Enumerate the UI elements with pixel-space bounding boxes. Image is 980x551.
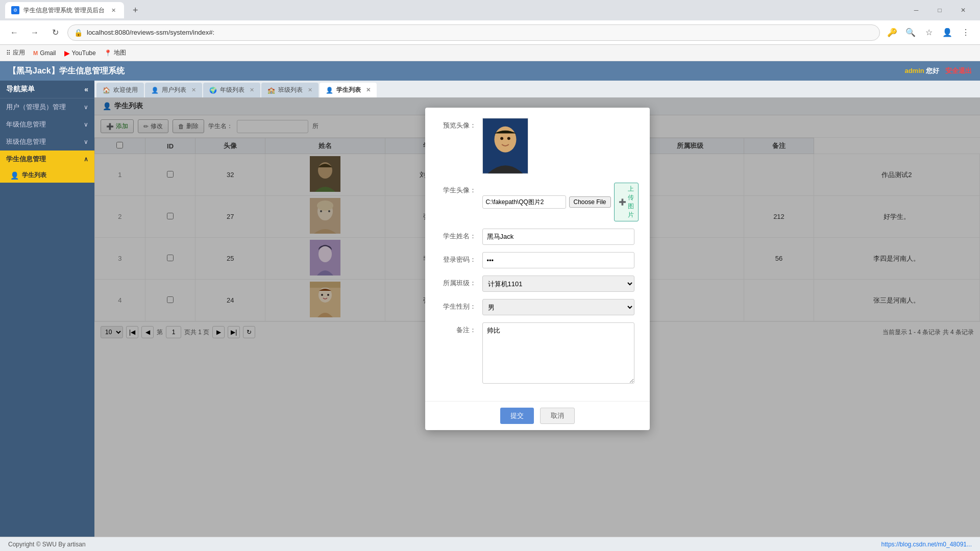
tab-users-close[interactable]: ✕ (191, 87, 196, 93)
file-input-row: Choose File ➕ 上传图片 (482, 183, 639, 221)
app-container: 【黑马Jack】学生信息管理系统 admin 您好 安全退出 导航菜单 « 用户… (0, 61, 980, 551)
tab-students-label: 学生列表 (336, 86, 361, 94)
key-icon-btn[interactable]: 🔑 (884, 24, 900, 41)
gmail-icon: M (33, 50, 38, 56)
tab-classes[interactable]: 🏫 班级列表 ✕ (261, 83, 318, 97)
youtube-icon: ▶ (64, 49, 70, 57)
main-content: 🏠 欢迎使用 👤 用户列表 ✕ 🌍 年级列表 ✕ 🏫 (94, 81, 980, 537)
upload-label: 上传图片 (628, 185, 634, 219)
profile-btn[interactable]: 👤 (939, 24, 955, 41)
bookmarks-bar: ⠿ 应用 M Gmail ▶ YouTube 📍 地图 (0, 45, 980, 61)
nav-actions: 🔑 🔍 ☆ 👤 ⋮ (884, 24, 974, 41)
sidebar-item-grade[interactable]: 年级信息管理 ∨ (0, 116, 94, 133)
tab-welcome-label: 欢迎使用 (113, 86, 138, 94)
browser-tab[interactable]: ⚙ 学生信息管理系统 管理员后台 ✕ (5, 2, 124, 18)
choose-file-btn[interactable]: Choose File (569, 196, 611, 208)
app-body: 导航菜单 « 用户（管理员）管理 ∨ 年级信息管理 ∨ 班级信息管理 ∨ 学生信… (0, 81, 980, 537)
logout-link[interactable]: 安全退出 (945, 67, 972, 74)
preview-label: 预览头像： (440, 118, 476, 130)
bookmark-gmail[interactable]: M Gmail (33, 49, 56, 57)
cancel-modal-btn[interactable]: 取消 (540, 408, 575, 424)
gender-label: 学生性别： (440, 299, 476, 311)
file-path-input[interactable] (482, 195, 566, 209)
password-label: 登录密码： (440, 252, 476, 264)
new-tab-btn[interactable]: + (128, 3, 142, 17)
password-input[interactable] (482, 252, 634, 268)
student-list-icon: 👤 (10, 171, 19, 180)
admin-name: admin (904, 67, 924, 74)
sidebar-grade-label: 年级信息管理 (6, 120, 46, 129)
tab-classes-label: 班级列表 (278, 86, 303, 94)
tabs-bar: 🏠 欢迎使用 👤 用户列表 ✕ 🌍 年级列表 ✕ 🏫 (94, 81, 980, 97)
maximize-btn[interactable]: □ (928, 0, 951, 20)
app-footer: Copyright © SWU By artisan https://blog.… (0, 537, 980, 551)
lock-icon: 🔒 (74, 29, 83, 37)
nav-label: 导航菜单 (6, 85, 35, 94)
maps-label: 地图 (114, 48, 126, 57)
sidebar-class-arrow: ∨ (84, 138, 88, 145)
footer-copyright: Copyright © SWU By artisan (8, 541, 86, 548)
password-row: 登录密码： (440, 252, 634, 268)
sidebar-class-label: 班级信息管理 (6, 137, 46, 146)
modal-overlay: 预览头像： (94, 97, 980, 537)
bookmark-btn[interactable]: ☆ (921, 24, 937, 41)
tab-students[interactable]: 👤 学生列表 ✕ (320, 83, 377, 97)
sidebar-user-label: 用户（管理员）管理 (6, 103, 66, 112)
edit-modal: 预览头像： (425, 108, 650, 430)
tab-grades[interactable]: 🌍 年级列表 ✕ (203, 83, 260, 97)
sidebar-grade-arrow: ∨ (84, 121, 88, 128)
remark-row: 备注： 帅比 (440, 322, 634, 384)
tab-users-icon: 👤 (151, 87, 159, 94)
tab-grades-icon: 🌍 (209, 87, 217, 94)
collapse-icon: « (84, 85, 88, 93)
gmail-label: Gmail (40, 49, 56, 57)
refresh-btn[interactable]: ↻ (47, 24, 63, 41)
browser-titlebar: ⚙ 学生信息管理系统 管理员后台 ✕ + ─ □ ✕ (0, 0, 980, 20)
address-bar[interactable]: 🔒 localhost:8080/reviews-ssm/system/inde… (67, 24, 880, 41)
sidebar-header: 导航菜单 « (0, 81, 94, 98)
sidebar-item-class[interactable]: 班级信息管理 ∨ (0, 133, 94, 151)
menu-btn[interactable]: ⋮ (958, 24, 974, 41)
sidebar-item-user[interactable]: 用户（管理员）管理 ∨ (0, 98, 94, 116)
tab-students-icon: 👤 (326, 87, 333, 94)
class-select[interactable]: 计算机1101 计算机1102 计算机1103 (482, 276, 634, 292)
apps-label: 应用 (13, 48, 25, 57)
minimize-btn[interactable]: ─ (904, 0, 928, 20)
svg-point-15 (494, 127, 516, 153)
modal-body: 预览头像： (425, 108, 650, 401)
gender-select[interactable]: 男 女 (482, 299, 634, 315)
upload-btn[interactable]: ➕ 上传图片 (614, 183, 639, 221)
tab-users[interactable]: 👤 用户列表 ✕ (145, 83, 202, 97)
browser-nav: ← → ↻ 🔒 localhost:8080/reviews-ssm/syste… (0, 20, 980, 45)
back-btn[interactable]: ← (6, 24, 22, 41)
tab-students-close[interactable]: ✕ (366, 87, 371, 93)
sidebar-student-list[interactable]: 👤 学生列表 (0, 168, 94, 183)
sidebar-user-arrow: ∨ (84, 104, 88, 111)
tab-favicon: ⚙ (11, 6, 19, 14)
app-title: 【黑马Jack】学生信息管理系统 (8, 66, 125, 77)
close-btn[interactable]: ✕ (951, 0, 975, 20)
tab-close-btn[interactable]: ✕ (109, 6, 118, 15)
tab-title: 学生信息管理系统 管理员后台 (23, 6, 105, 15)
tab-welcome[interactable]: 🏠 欢迎使用 (96, 83, 144, 97)
submit-btn[interactable]: 提交 (500, 408, 534, 424)
class-label: 所属班级： (440, 276, 476, 288)
bookmark-maps[interactable]: 📍 地图 (104, 48, 126, 57)
name-input[interactable] (482, 229, 634, 245)
svg-point-16 (500, 137, 503, 140)
gender-row: 学生性别： 男 女 (440, 299, 634, 315)
bookmark-youtube[interactable]: ▶ YouTube (64, 49, 96, 57)
bookmark-apps[interactable]: ⠿ 应用 (6, 48, 25, 57)
tab-grades-close[interactable]: ✕ (250, 87, 254, 93)
zoom-btn[interactable]: 🔍 (902, 24, 919, 41)
class-row: 所属班级： 计算机1101 计算机1102 计算机1103 (440, 276, 634, 292)
footer-link[interactable]: https://blog.csdn.net/m0_48091... (881, 541, 972, 548)
modal-footer: 提交 取消 (425, 401, 650, 430)
sidebar-item-student[interactable]: 学生信息管理 ∧ (0, 151, 94, 168)
app-header: 【黑马Jack】学生信息管理系统 admin 您好 安全退出 (0, 61, 980, 81)
forward-btn[interactable]: → (27, 24, 43, 41)
remark-textarea[interactable]: 帅比 (482, 322, 634, 384)
maps-icon: 📍 (104, 49, 112, 57)
tab-classes-close[interactable]: ✕ (308, 87, 312, 93)
url-text: localhost:8080/reviews-ssm/system/index#… (87, 29, 214, 36)
